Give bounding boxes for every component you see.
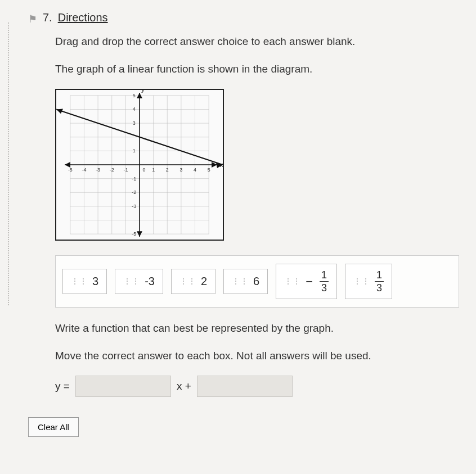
svg-text:-1: -1 [132,176,136,182]
svg-text:-2: -2 [110,167,114,173]
svg-text:1: 1 [133,148,136,154]
svg-text:5: 5 [208,167,210,173]
equation-row: y = x + [55,376,459,397]
tile-3[interactable]: ⋮⋮ 3 [62,269,107,294]
svg-text:-4: -4 [82,167,87,173]
svg-text:-5: -5 [68,167,73,173]
svg-text:-2: -2 [132,189,136,195]
tile-2[interactable]: ⋮⋮ 2 [171,269,215,294]
svg-text:-5: -5 [132,231,136,237]
tile-label: 2 [201,275,207,288]
page-margin-dots [8,22,9,305]
equation-mid: x + [177,380,191,392]
post-text-1: Write a function that can best be repres… [55,321,459,336]
prompt-text: The graph of a linear function is shown … [55,62,459,77]
svg-text:2: 2 [166,167,169,173]
svg-text:1: 1 [152,167,155,173]
question-number: 7. [43,11,52,24]
svg-text:5: 5 [133,93,136,98]
svg-text:-3: -3 [96,167,100,173]
fraction: 1 3 [320,270,329,293]
tile-neg-one-third[interactable]: ⋮⋮ − 1 3 [276,264,337,299]
instruction-text: Drag and drop the correct answer choice … [55,34,459,49]
tile-label: -3 [145,275,155,288]
directions-link[interactable]: Directions [58,11,108,24]
tile-neg3[interactable]: ⋮⋮ -3 [115,269,163,294]
answer-blank-slope[interactable] [75,376,171,397]
tile-6[interactable]: ⋮⋮ 6 [223,269,268,294]
grip-icon: ⋮⋮ [123,279,140,283]
grip-icon: ⋮⋮ [353,279,370,283]
y-axis-label: y [141,89,145,93]
flag-icon[interactable]: ⚑ [28,13,37,25]
svg-text:3: 3 [179,167,182,173]
svg-text:-1: -1 [123,167,128,173]
post-text-2: Move the correct answer to each box. Not… [55,349,459,364]
tile-sign: − [306,274,313,289]
svg-text:3: 3 [133,120,136,126]
tile-label: 3 [92,275,98,288]
svg-text:4: 4 [194,167,196,173]
clear-all-button[interactable]: Clear All [28,417,79,437]
tile-label: 6 [253,275,259,288]
answer-blank-intercept[interactable] [197,376,293,397]
question-header: ⚑ 7. Directions [28,11,459,24]
grip-icon: ⋮⋮ [284,279,301,283]
fraction: 1 3 [375,270,384,293]
graph: -5-4-3 -2-10 123 45 543 1 -1-2-3 -5 x y [55,89,459,241]
answer-tiles-row: ⋮⋮ 3 ⋮⋮ -3 ⋮⋮ 2 ⋮⋮ 6 ⋮⋮ − 1 3 ⋮⋮ 1 3 [55,255,459,308]
svg-text:0: 0 [142,167,145,173]
svg-text:4: 4 [133,107,136,112]
equation-lhs: y = [55,380,70,392]
svg-text:-3: -3 [132,204,136,209]
grip-icon: ⋮⋮ [232,279,249,283]
grip-icon: ⋮⋮ [179,279,196,283]
tile-one-third[interactable]: ⋮⋮ 1 3 [345,264,392,299]
grip-icon: ⋮⋮ [71,279,88,283]
